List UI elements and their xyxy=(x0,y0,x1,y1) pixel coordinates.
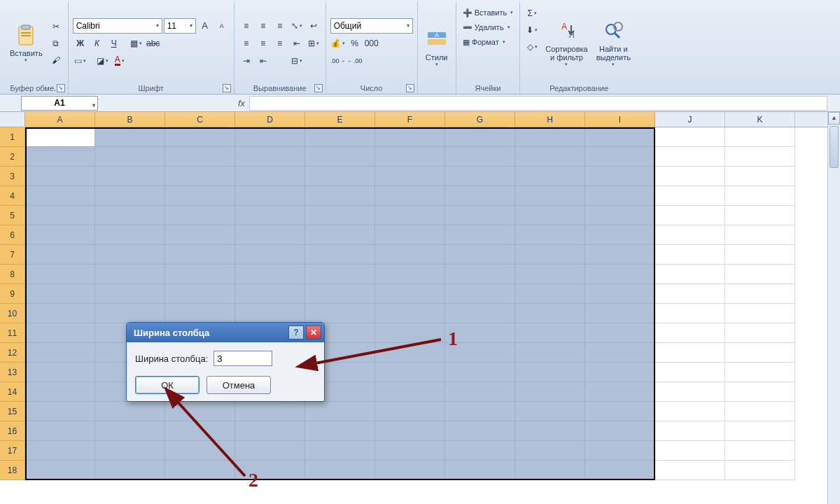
cell[interactable] xyxy=(235,402,305,421)
column-header-K[interactable]: K xyxy=(725,112,795,127)
row-header-8[interactable]: 8 xyxy=(0,265,24,284)
cell[interactable] xyxy=(585,343,655,363)
format-cells-button[interactable]: ▦Формат xyxy=(461,35,516,49)
cell[interactable] xyxy=(95,206,165,225)
vertical-scrollbar[interactable]: ▲ xyxy=(827,112,840,504)
clipboard-dialog-launcher[interactable]: ↘ xyxy=(57,84,65,92)
dec-inc-button[interactable]: .00→ xyxy=(330,53,346,69)
cell[interactable] xyxy=(725,363,795,382)
align-left-button[interactable]: ≡ xyxy=(239,36,254,51)
underline-button[interactable]: Ч xyxy=(106,36,122,51)
cell[interactable] xyxy=(585,323,655,343)
find-select-button[interactable]: Найти и выделить ▾ xyxy=(594,3,634,83)
currency-button[interactable]: 💰 xyxy=(330,36,346,51)
shrink-font-button[interactable]: A xyxy=(214,18,230,34)
cell[interactable] xyxy=(655,461,725,480)
cell[interactable] xyxy=(235,186,305,206)
format-painter-button[interactable]: 🖌 xyxy=(48,52,64,68)
cell[interactable] xyxy=(585,206,655,225)
select-all-corner[interactable] xyxy=(0,112,25,127)
cell[interactable] xyxy=(165,284,235,304)
cell[interactable] xyxy=(305,402,375,421)
cell[interactable] xyxy=(445,167,515,186)
cell[interactable] xyxy=(95,186,165,206)
cell[interactable] xyxy=(585,304,655,323)
cell[interactable] xyxy=(95,245,165,265)
cell[interactable] xyxy=(305,421,375,441)
cell[interactable] xyxy=(95,461,165,480)
name-box[interactable]: A1 xyxy=(21,96,98,111)
cell[interactable] xyxy=(95,304,165,323)
row-header-4[interactable]: 4 xyxy=(0,186,24,206)
clear-button[interactable]: ◇ xyxy=(524,39,540,55)
cell[interactable] xyxy=(655,186,725,206)
row-header-17[interactable]: 17 xyxy=(0,441,24,461)
cell[interactable] xyxy=(655,304,725,323)
cell[interactable] xyxy=(725,245,795,265)
cell[interactable] xyxy=(655,382,725,402)
cell[interactable] xyxy=(515,304,585,323)
cell[interactable] xyxy=(375,343,445,363)
row-header-7[interactable]: 7 xyxy=(0,245,24,265)
cell[interactable] xyxy=(585,461,655,480)
row-header-18[interactable]: 18 xyxy=(0,461,24,480)
cell[interactable] xyxy=(95,421,165,441)
cell[interactable] xyxy=(375,186,445,206)
cell[interactable] xyxy=(375,304,445,323)
cell[interactable] xyxy=(375,225,445,245)
column-headers[interactable]: ABCDEFGHIJK xyxy=(25,112,840,127)
cell[interactable] xyxy=(235,127,305,147)
cell[interactable] xyxy=(585,421,655,441)
column-header-I[interactable]: I xyxy=(585,112,655,127)
cell[interactable] xyxy=(235,304,305,323)
row-header-5[interactable]: 5 xyxy=(0,206,24,225)
cell[interactable] xyxy=(235,421,305,441)
scroll-thumb[interactable] xyxy=(830,126,839,168)
italic-button[interactable]: К xyxy=(90,36,105,51)
cell[interactable] xyxy=(95,127,165,147)
wrap-text-button[interactable]: ↩ xyxy=(306,18,321,34)
cell[interactable] xyxy=(445,304,515,323)
cell[interactable] xyxy=(305,245,375,265)
cell[interactable] xyxy=(165,265,235,284)
cell[interactable] xyxy=(25,284,95,304)
row-header-9[interactable]: 9 xyxy=(0,284,24,304)
row-header-15[interactable]: 15 xyxy=(0,402,24,421)
cell[interactable] xyxy=(585,147,655,167)
row-header-16[interactable]: 16 xyxy=(0,421,24,441)
fx-icon[interactable]: fx xyxy=(238,98,245,108)
dec-dec-button[interactable]: ←.00 xyxy=(347,53,363,69)
cell[interactable] xyxy=(25,323,95,343)
number-format-combo[interactable]: Общий xyxy=(330,18,413,34)
row-header-2[interactable]: 2 xyxy=(0,147,24,167)
cell[interactable] xyxy=(445,265,515,284)
cell[interactable] xyxy=(655,421,725,441)
align-right-button[interactable]: ≡ xyxy=(272,36,288,51)
cell[interactable] xyxy=(515,225,585,245)
scroll-up-button[interactable]: ▲ xyxy=(828,112,840,125)
indent-dec2-button[interactable]: ⇤ xyxy=(255,53,271,69)
cell[interactable] xyxy=(725,284,795,304)
cell[interactable] xyxy=(585,402,655,421)
cell[interactable] xyxy=(515,265,585,284)
cell[interactable] xyxy=(725,402,795,421)
indent-inc-button[interactable]: ⇥ xyxy=(239,53,254,69)
cell[interactable] xyxy=(515,382,585,402)
cell[interactable] xyxy=(515,461,585,480)
cell[interactable] xyxy=(165,167,235,186)
cell[interactable] xyxy=(655,343,725,363)
cell[interactable] xyxy=(375,147,445,167)
cell[interactable] xyxy=(515,147,585,167)
column-header-D[interactable]: D xyxy=(235,112,305,127)
border-bottom-button[interactable]: ▭ xyxy=(73,53,88,69)
cell[interactable] xyxy=(655,167,725,186)
cell[interactable] xyxy=(515,323,585,343)
row-headers[interactable]: 123456789101112131415161718 xyxy=(0,127,25,480)
delete-cells-button[interactable]: ➖Удалить xyxy=(461,20,516,34)
cell[interactable] xyxy=(235,461,305,480)
row-header-10[interactable]: 10 xyxy=(0,304,24,323)
percent-button[interactable]: % xyxy=(347,36,363,51)
cell[interactable] xyxy=(445,461,515,480)
cell-grid[interactable] xyxy=(25,127,840,480)
cell[interactable] xyxy=(235,167,305,186)
